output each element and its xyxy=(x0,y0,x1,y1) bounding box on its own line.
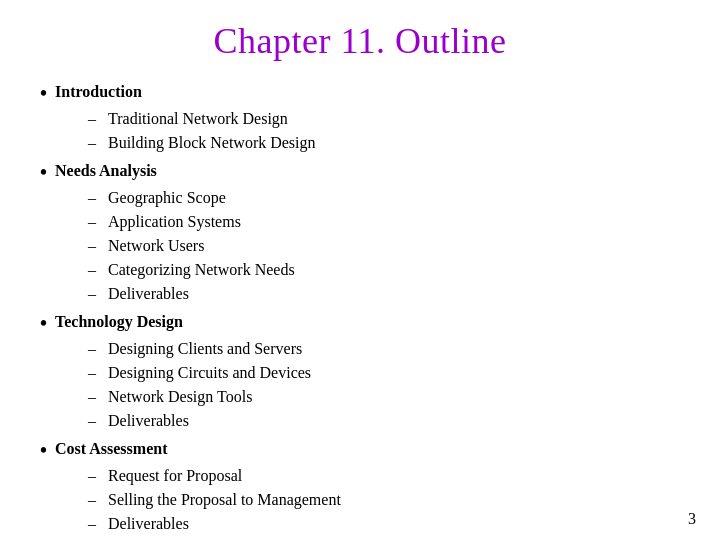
sub-dash: – xyxy=(88,361,102,385)
section-technology-design: • Technology Design – Designing Clients … xyxy=(40,310,680,433)
bullet-main-cost-assessment: • Cost Assessment xyxy=(40,437,680,463)
sub-items-introduction: – Traditional Network Design – Building … xyxy=(88,107,680,155)
sub-item-text: Application Systems xyxy=(108,210,241,234)
list-item: – Application Systems xyxy=(88,210,680,234)
sub-dash: – xyxy=(88,488,102,512)
bullet-main-needs-analysis: • Needs Analysis xyxy=(40,159,680,185)
section-label-introduction: Introduction xyxy=(55,80,142,104)
sub-dash: – xyxy=(88,464,102,488)
list-item: – Deliverables xyxy=(88,282,680,306)
sub-items-needs-analysis: – Geographic Scope – Application Systems… xyxy=(88,186,680,306)
section-label-technology-design: Technology Design xyxy=(55,310,183,334)
sub-item-text: Selling the Proposal to Management xyxy=(108,488,341,512)
sub-item-text: Building Block Network Design xyxy=(108,131,316,155)
section-needs-analysis: • Needs Analysis – Geographic Scope – Ap… xyxy=(40,159,680,306)
list-item: – Selling the Proposal to Management xyxy=(88,488,680,512)
sub-dash: – xyxy=(88,385,102,409)
sub-dash: – xyxy=(88,282,102,306)
sub-dash: – xyxy=(88,107,102,131)
sub-dash: – xyxy=(88,210,102,234)
sub-dash: – xyxy=(88,337,102,361)
sub-item-text: Deliverables xyxy=(108,512,189,536)
section-introduction: • Introduction – Traditional Network Des… xyxy=(40,80,680,155)
section-cost-assessment: • Cost Assessment – Request for Proposal… xyxy=(40,437,680,536)
slide-content: • Introduction – Traditional Network Des… xyxy=(40,80,680,540)
sub-dash: – xyxy=(88,409,102,433)
page-number: 3 xyxy=(688,510,696,528)
sub-item-text: Network Design Tools xyxy=(108,385,252,409)
sub-item-text: Geographic Scope xyxy=(108,186,226,210)
bullet-main-technology-design: • Technology Design xyxy=(40,310,680,336)
sub-item-text: Request for Proposal xyxy=(108,464,242,488)
sub-items-technology-design: – Designing Clients and Servers – Design… xyxy=(88,337,680,433)
bullet-dot-needs-analysis: • xyxy=(40,159,47,185)
bullet-dot-cost-assessment: • xyxy=(40,437,47,463)
sub-item-text: Network Users xyxy=(108,234,204,258)
sub-items-cost-assessment: – Request for Proposal – Selling the Pro… xyxy=(88,464,680,536)
list-item: – Designing Circuits and Devices xyxy=(88,361,680,385)
bullet-dot-introduction: • xyxy=(40,80,47,106)
sub-dash: – xyxy=(88,258,102,282)
list-item: – Categorizing Network Needs xyxy=(88,258,680,282)
sub-dash: – xyxy=(88,186,102,210)
section-label-cost-assessment: Cost Assessment xyxy=(55,437,167,461)
sub-dash: – xyxy=(88,131,102,155)
list-item: – Building Block Network Design xyxy=(88,131,680,155)
sub-item-text: Traditional Network Design xyxy=(108,107,288,131)
list-item: – Geographic Scope xyxy=(88,186,680,210)
bullet-dot-technology-design: • xyxy=(40,310,47,336)
section-label-needs-analysis: Needs Analysis xyxy=(55,159,157,183)
list-item: – Deliverables xyxy=(88,409,680,433)
bullet-main-introduction: • Introduction xyxy=(40,80,680,106)
slide-title: Chapter 11. Outline xyxy=(40,20,680,62)
sub-item-text: Categorizing Network Needs xyxy=(108,258,295,282)
sub-item-text: Designing Clients and Servers xyxy=(108,337,302,361)
list-item: – Request for Proposal xyxy=(88,464,680,488)
sub-dash: – xyxy=(88,512,102,536)
list-item: – Network Users xyxy=(88,234,680,258)
list-item: – Network Design Tools xyxy=(88,385,680,409)
sub-item-text: Deliverables xyxy=(108,409,189,433)
slide: Chapter 11. Outline • Introduction – Tra… xyxy=(0,0,720,540)
sub-dash: – xyxy=(88,234,102,258)
list-item: – Deliverables xyxy=(88,512,680,536)
sub-item-text: Designing Circuits and Devices xyxy=(108,361,311,385)
list-item: – Designing Clients and Servers xyxy=(88,337,680,361)
sub-item-text: Deliverables xyxy=(108,282,189,306)
list-item: – Traditional Network Design xyxy=(88,107,680,131)
